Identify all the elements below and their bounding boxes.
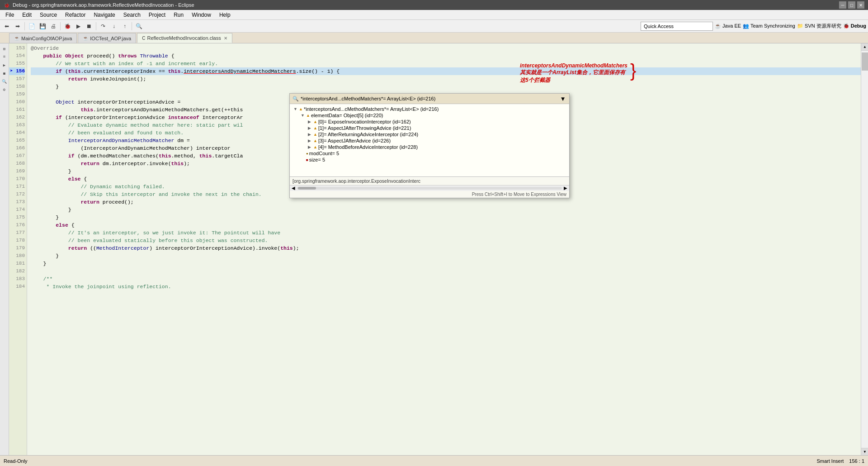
- tree-text-4: [4]= MethodBeforeAdviceInterceptor (id=2…: [318, 144, 418, 150]
- code-line-176: else {: [31, 221, 861, 229]
- tree-item-4[interactable]: ▶ ▲ [4]= MethodBeforeAdviceInterceptor (…: [306, 144, 567, 150]
- tab-label-2: IOCTest_AOP.java: [90, 36, 131, 41]
- popup-search: 🔍 *interceptorsAnd...cMethodMatchers*= A…: [292, 96, 557, 102]
- code-line-154: public Object proceed() throws Throwable…: [31, 52, 861, 60]
- tree-icon-2: ▲: [313, 132, 317, 137]
- code-line-153: @Override: [31, 44, 861, 52]
- code-content: 153 154 155 ➤ 156 157 158 159 160 161 16…: [9, 43, 861, 455]
- toolbar-btn-2[interactable]: ➡: [13, 21, 23, 31]
- tree-text-2: [2]= AfterReturningAdviceInterceptor (id…: [318, 132, 418, 137]
- popup-scroll-right[interactable]: ▶: [564, 185, 567, 190]
- popup-scrollbar-track[interactable]: [297, 187, 562, 190]
- popup-tree: ▼ ▲ *interceptorsAnd...cMethodMatchers*=…: [290, 104, 569, 176]
- tree-item-3[interactable]: ▶ ▲ [3]= AspectJAfterAdvice (id=226): [306, 138, 567, 144]
- menu-refactor[interactable]: Refactor: [61, 11, 89, 19]
- menu-source[interactable]: Source: [36, 11, 61, 19]
- menu-navigate[interactable]: Navigate: [90, 11, 118, 19]
- popup-scrollbar[interactable]: ◀ ▶: [290, 185, 569, 190]
- tab-ioctest[interactable]: ☕ IOCTest_AOP.java: [78, 33, 136, 43]
- tree-item-2[interactable]: ▶ ▲ [2]= AfterReturningAdviceInterceptor…: [306, 131, 567, 138]
- code-line-175: }: [31, 214, 861, 221]
- maximize-button[interactable]: □: [848, 1, 855, 9]
- tab-bar: ☕ MainConfigOfAOP.java ☕ IOCTest_AOP.jav…: [0, 33, 868, 43]
- toolbar-btn-1[interactable]: ⬅: [2, 21, 12, 31]
- tree-icon-3: ▲: [313, 138, 317, 143]
- scroll-track[interactable]: [861, 51, 868, 448]
- title-bar-controls[interactable]: ─ □ ✕: [839, 1, 864, 9]
- tab-close-3[interactable]: ✕: [224, 36, 227, 41]
- scroll-top-btn[interactable]: ▲: [861, 43, 868, 51]
- code-line-183: /**: [31, 275, 861, 283]
- menu-run[interactable]: Run: [170, 11, 187, 19]
- menu-project[interactable]: Project: [145, 11, 169, 19]
- sidebar-icon-3[interactable]: ▶: [1, 62, 8, 69]
- popup-scrollbar-thumb: [298, 187, 316, 190]
- right-sidebar: ▲ ▼: [861, 43, 868, 455]
- sidebar-icon-5[interactable]: 🔍: [1, 78, 8, 85]
- tree-icon-root: ▲: [299, 107, 303, 111]
- tree-modcount: ● modCount= 5: [299, 150, 567, 157]
- menu-search[interactable]: Search: [120, 11, 144, 19]
- sidebar-icon-6[interactable]: ⚙: [1, 86, 8, 93]
- tree-arrow-3: ▶: [308, 138, 313, 143]
- popup-hint-text: Press Ctrl+Shift+I to Move to Expression…: [472, 192, 566, 197]
- tree-arrow-1: ▶: [308, 126, 313, 130]
- toolbar-btn-debug[interactable]: 🐞: [62, 21, 72, 31]
- menu-file[interactable]: File: [2, 11, 18, 19]
- popup-scroll-left[interactable]: ◀: [292, 185, 295, 190]
- perspective-svn[interactable]: 📁 SVN 资源库研究: [797, 23, 841, 29]
- debug-popup[interactable]: 🔍 *interceptorsAnd...cMethodMatchers*= A…: [289, 93, 570, 198]
- sidebar-icon-2[interactable]: ≡: [1, 53, 8, 61]
- sidebar-icon-4[interactable]: ◼: [1, 70, 8, 77]
- tree-item-1[interactable]: ▶ ▲ [1]= AspectJAfterThrowingAdvice (id=…: [306, 125, 567, 131]
- perspective-bar: ☕ Java EE 👥 Team Synchronizing 📁 SVN 资源库…: [715, 23, 866, 29]
- tree-icon-mod: ●: [306, 152, 308, 156]
- tree-text-1: [1]= AspectJAfterThrowingAdvice (id=221): [318, 125, 411, 131]
- left-sidebar: ⊞ ≡ ▶ ◼ 🔍 ⚙: [0, 43, 9, 455]
- toolbar-btn-search[interactable]: 🔍: [134, 21, 144, 31]
- toolbar-btn-step-out[interactable]: ↑: [120, 21, 130, 31]
- tree-arrow-2: ▶: [308, 132, 313, 137]
- menu-help[interactable]: Help: [216, 11, 234, 19]
- toolbar-btn-step-over[interactable]: ↷: [98, 21, 108, 31]
- status-cursor-pos: 156 : 1: [849, 458, 864, 464]
- popup-dropdown-btn[interactable]: ▼: [559, 95, 566, 102]
- main-layout: ⊞ ≡ ▶ ◼ 🔍 ⚙ 153 154 155 ➤ 156 157 158 15…: [0, 43, 868, 455]
- minimize-button[interactable]: ─: [839, 1, 846, 9]
- tree-element-data[interactable]: ▼ ▲ elementData= Object[5] (id=220): [299, 112, 567, 119]
- code-area[interactable]: @Override public Object proceed() throws…: [27, 43, 861, 455]
- tab-icon-1: ☕: [14, 36, 19, 41]
- menu-window[interactable]: Window: [188, 11, 215, 19]
- popup-search-icon: 🔍: [292, 96, 299, 102]
- perspective-java-ee[interactable]: ☕ Java EE: [715, 23, 741, 29]
- toolbar-btn-new[interactable]: 📄: [27, 21, 37, 31]
- toolbar-btn-run[interactable]: ▶: [73, 21, 83, 31]
- tab-label-3: ReflectiveMethodInvocation.class: [147, 35, 221, 41]
- toolbar-btn-print[interactable]: 🖨: [48, 21, 58, 31]
- toolbar: ⬅ ➡ 📄 💾 🖨 🐞 ▶ ⏹ ↷ ↓ ↑ 🔍 Quick Access ☕ J…: [0, 20, 868, 33]
- status-insert-mode: Smart Insert: [816, 458, 844, 464]
- code-line-157: return invokeJoinpoint();: [31, 75, 861, 83]
- status-right: Smart Insert 156 : 1: [816, 458, 864, 464]
- annotation-line2: 其实就是一个ArrayList集合，它里面保存有: [520, 69, 627, 76]
- scroll-bottom-btn[interactable]: ▼: [861, 448, 868, 455]
- tree-root[interactable]: ▼ ▲ *interceptorsAnd...cMethodMatchers*=…: [292, 106, 567, 112]
- close-button[interactable]: ✕: [857, 1, 864, 9]
- toolbar-btn-save[interactable]: 💾: [38, 21, 47, 31]
- toolbar-btn-step-into[interactable]: ↓: [109, 21, 119, 31]
- popup-hint: Press Ctrl+Shift+I to Move to Expression…: [290, 190, 569, 198]
- code-line-158: }: [31, 83, 861, 90]
- toolbar-btn-stop[interactable]: ⏹: [84, 21, 94, 31]
- code-line-179: return ((MethodInterceptor) interceptorO…: [31, 244, 861, 252]
- perspective-debug[interactable]: 🐞 Debug: [843, 23, 866, 29]
- tab-reflective[interactable]: C ReflectiveMethodInvocation.class ✕: [137, 33, 232, 43]
- tab-main-config[interactable]: ☕ MainConfigOfAOP.java: [9, 33, 77, 43]
- quick-access-box[interactable]: Quick Access: [641, 22, 713, 31]
- code-line-173: return proceed();: [31, 198, 861, 206]
- perspective-team-sync[interactable]: 👥 Team Synchronizing: [743, 23, 795, 29]
- annotation-line3: 这5个拦截器: [520, 76, 627, 84]
- sidebar-icon-1[interactable]: ⊞: [1, 45, 8, 52]
- menu-edit[interactable]: Edit: [19, 11, 35, 19]
- scroll-thumb: [862, 52, 868, 71]
- tree-item-0[interactable]: ▶ ▲ [0]= ExposeInvocationInterceptor (id…: [306, 119, 567, 125]
